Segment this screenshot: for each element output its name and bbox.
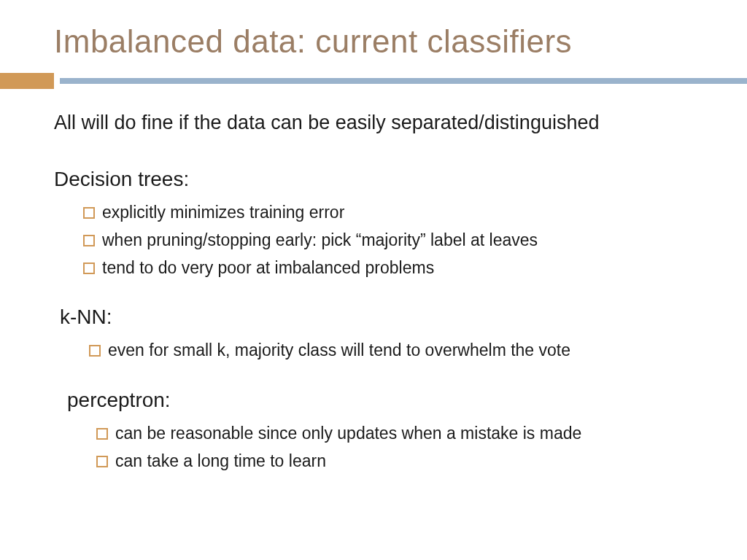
bullet-list: explicitly minimizes training error when… <box>54 200 718 281</box>
section-perceptron: perceptron: can be reasonable since only… <box>54 389 718 474</box>
list-item: can be reasonable since only updates whe… <box>96 421 718 447</box>
bullet-list: can be reasonable since only updates whe… <box>67 421 718 474</box>
bullet-list: even for small k, majority class will te… <box>60 338 718 364</box>
slide-title: Imbalanced data: current classifiers <box>0 0 747 60</box>
list-item: when pruning/stopping early: pick “major… <box>83 228 718 254</box>
section-heading: Decision trees: <box>54 168 718 191</box>
divider <box>0 73 747 89</box>
list-item: tend to do very poor at imbalanced probl… <box>83 255 718 281</box>
divider-bar <box>60 78 747 84</box>
section-heading: k-NN: <box>60 306 718 329</box>
section-knn: k-NN: even for small k, majority class w… <box>54 306 718 364</box>
section-decision-trees: Decision trees: explicitly minimizes tra… <box>54 168 718 281</box>
list-item: can take a long time to learn <box>96 448 718 475</box>
list-item: explicitly minimizes training error <box>83 200 718 226</box>
intro-text: All will do fine if the data can be easi… <box>54 109 718 136</box>
section-heading: perceptron: <box>67 389 718 412</box>
list-item: even for small k, majority class will te… <box>89 338 718 364</box>
divider-accent <box>0 73 54 89</box>
slide-content: All will do fine if the data can be easi… <box>0 89 747 474</box>
